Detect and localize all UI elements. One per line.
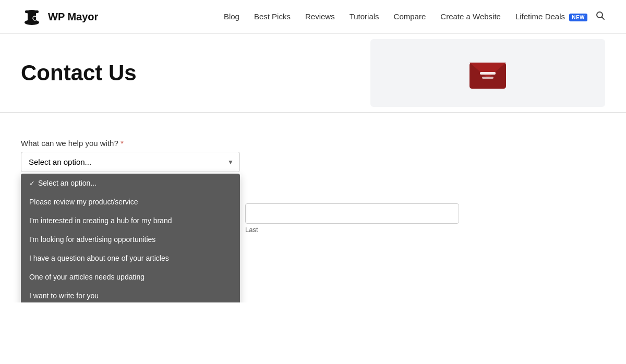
check-icon: ✓ [29, 179, 35, 187]
logo-text: WP Mayor [48, 11, 98, 23]
help-select[interactable]: Select an option... Please review my pro… [21, 152, 240, 172]
nav-reviews[interactable]: Reviews [305, 12, 335, 21]
dropdown-item-2[interactable]: I'm interested in creating a hub for my … [21, 211, 240, 230]
logo[interactable]: WP Mayor [21, 6, 98, 28]
nav-compare[interactable]: Compare [394, 12, 426, 21]
envelope-icon [464, 52, 511, 94]
hero-image [370, 39, 605, 107]
nav-tutorials[interactable]: Tutorials [350, 12, 379, 21]
dropdown-item-1[interactable]: Please review my product/service [21, 192, 240, 211]
page-title: Contact Us [21, 60, 360, 86]
dropdown-item-4[interactable]: I have a question about one of your arti… [21, 249, 240, 268]
contact-form: What can we help you with? * Select an o… [0, 128, 626, 302]
dropdown-item-3[interactable]: I'm looking for advertising opportunitie… [21, 230, 240, 249]
logo-icon [21, 6, 43, 28]
last-name-input[interactable] [245, 203, 459, 224]
dropdown-item-5[interactable]: One of your articles needs updating [21, 268, 240, 286]
required-marker: * [121, 139, 124, 148]
svg-rect-3 [25, 10, 39, 13]
help-label: What can we help you with? * [21, 139, 605, 148]
dropdown-item-0[interactable]: ✓ Select an option... [21, 174, 240, 192]
hero-section: Contact Us [0, 34, 626, 112]
section-divider [0, 112, 626, 113]
svg-rect-8 [480, 72, 496, 75]
svg-line-7 [602, 17, 605, 19]
last-name-label: Last [245, 226, 459, 234]
nav-best-picks[interactable]: Best Picks [254, 12, 291, 21]
select-wrapper: Select an option... Please review my pro… [21, 152, 240, 172]
search-button[interactable] [596, 11, 605, 23]
nav-create-website[interactable]: Create a Website [440, 12, 501, 21]
nav-links: Blog Best Picks Reviews Tutorials Compar… [224, 12, 587, 21]
svg-rect-9 [482, 77, 493, 79]
dropdown-menu: ✓ Select an option... Please review my p… [21, 174, 240, 302]
new-badge: NEW [569, 14, 587, 21]
dropdown-item-6[interactable]: I want to write for you [21, 286, 240, 302]
navigation: WP Mayor Blog Best Picks Reviews Tutoria… [0, 0, 626, 34]
last-name-field: Last [245, 203, 459, 234]
nav-blog[interactable]: Blog [224, 12, 239, 21]
nav-lifetime-deals[interactable]: Lifetime Deals NEW [515, 12, 587, 21]
search-icon [596, 11, 605, 20]
